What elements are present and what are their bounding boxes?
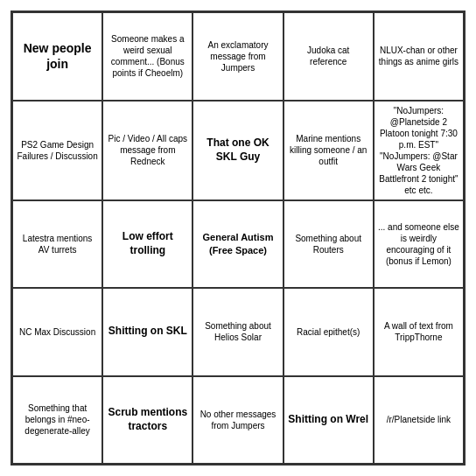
bingo-cell-2-2: General Autism (Free Space) [192, 200, 283, 289]
bingo-cell-0-0: New people join [12, 12, 102, 101]
bingo-cell-1-4: "NoJumpers: @Planetside 2 Platoon tonigh… [374, 101, 464, 200]
bingo-cell-3-1: Shitting on SKL [102, 288, 192, 376]
bingo-cell-0-3: Judoka cat reference [284, 12, 374, 101]
bingo-cell-4-2: No other messages from Jumpers [192, 376, 283, 465]
bingo-cell-3-4: A wall of text from TrippThorne [374, 288, 464, 376]
bingo-cell-2-4: ... and someone else is weirdly encourag… [374, 200, 464, 289]
bingo-row-2: Latestra mentions AV turretsLow effort t… [12, 200, 464, 289]
bingo-cell-1-2: That one OK SKL Guy [192, 101, 283, 200]
bingo-cell-1-3: Marine mentions killing someone / an out… [284, 101, 374, 200]
bingo-row-0: New people joinSomeone makes a weird sex… [12, 12, 464, 101]
bingo-cell-2-1: Low effort trolling [102, 200, 192, 289]
bingo-row-3: NC Max DiscussionShitting on SKLSomethin… [12, 288, 464, 376]
bingo-cell-0-2: An exclamatory message from Jumpers [192, 12, 283, 101]
bingo-cell-4-3: Shitting on Wrel [284, 376, 374, 465]
bingo-row-1: PS2 Game Design Failures / DiscussionPic… [12, 101, 464, 200]
bingo-cell-4-1: Scrub mentions tractors [102, 376, 192, 465]
bingo-cell-4-0: Something that belongs in #neo-degenerat… [12, 376, 102, 465]
bingo-cell-3-0: NC Max Discussion [12, 288, 102, 376]
bingo-row-4: Something that belongs in #neo-degenerat… [12, 376, 464, 465]
bingo-cell-0-4: NLUX-chan or other things as anime girls [374, 12, 464, 101]
bingo-cell-3-3: Racial epithet(s) [284, 288, 374, 376]
bingo-cell-2-3: Something about Routers [284, 200, 374, 289]
bingo-cell-0-1: Someone makes a weird sexual comment... … [102, 12, 192, 101]
bingo-cell-2-0: Latestra mentions AV turrets [12, 200, 102, 289]
bingo-cell-1-1: Pic / Video / All caps message from Redn… [102, 101, 192, 200]
bingo-cell-3-2: Something about Helios Solar [192, 288, 283, 376]
bingo-cell-4-4: /r/Planetside link [374, 376, 464, 465]
bingo-board: New people joinSomeone makes a weird sex… [10, 10, 466, 466]
bingo-cell-1-0: PS2 Game Design Failures / Discussion [12, 101, 102, 200]
